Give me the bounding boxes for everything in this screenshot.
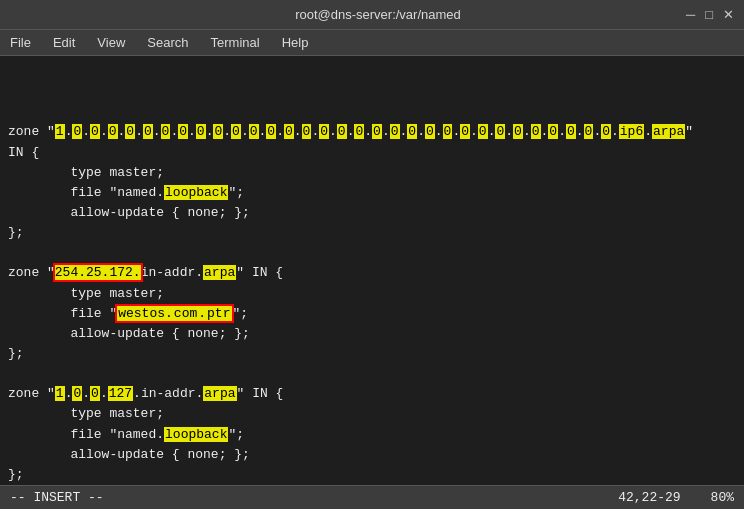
editor-line-zone-ipv6: zone "1.0.0.0.0.0.0.0.0.0.0.0.0.0.0.0.0.… — [8, 122, 736, 142]
menu-file[interactable]: File — [6, 33, 35, 52]
menu-help[interactable]: Help — [278, 33, 313, 52]
editor-line-type3: type master; — [8, 404, 736, 424]
window-controls[interactable]: ─ □ ✕ — [686, 7, 734, 22]
status-bar: -- INSERT -- 42,22-29 80% — [0, 485, 744, 509]
editor-line-type1: type master; — [8, 163, 736, 183]
editor-area[interactable]: zone "1.0.0.0.0.0.0.0.0.0.0.0.0.0.0.0.0.… — [0, 56, 744, 485]
window-title: root@dns-server:/var/named — [70, 7, 686, 22]
editor-line-2 — [8, 82, 736, 102]
menu-terminal[interactable]: Terminal — [207, 33, 264, 52]
menu-view[interactable]: View — [93, 33, 129, 52]
menu-search[interactable]: Search — [143, 33, 192, 52]
editor-line-close1: }; — [8, 223, 736, 243]
menu-edit[interactable]: Edit — [49, 33, 79, 52]
menu-bar: File Edit View Search Terminal Help — [0, 30, 744, 56]
editor-line-blank3 — [8, 364, 736, 384]
editor-line-close3: }; — [8, 465, 736, 485]
editor-line-file2: file "westos.com.ptr"; — [8, 304, 736, 324]
editor-line-allow1: allow-update { none; }; — [8, 203, 736, 223]
editor-line-1 — [8, 62, 736, 82]
editor-line-allow2: allow-update { none; }; — [8, 324, 736, 344]
editor-line-close2: }; — [8, 344, 736, 364]
editor-line-file3: file "named.loopback"; — [8, 425, 736, 445]
close-button[interactable]: ✕ — [723, 7, 734, 22]
editor-line-type2: type master; — [8, 284, 736, 304]
vim-mode: -- INSERT -- — [10, 490, 104, 505]
editor-line-blank2 — [8, 243, 736, 263]
editor-line-allow3: allow-update { none; }; — [8, 445, 736, 465]
cursor-position: 42,22-29 — [618, 490, 680, 505]
title-bar: root@dns-server:/var/named ─ □ ✕ — [0, 0, 744, 30]
editor-line-in-open: IN { — [8, 143, 736, 163]
scroll-percent: 80% — [711, 490, 734, 505]
maximize-button[interactable]: □ — [705, 7, 713, 22]
editor-line-zone-ptr: zone "254.25.172.in-addr.arpa" IN { — [8, 263, 736, 283]
editor-line-zone-loopback: zone "1.0.0.127.in-addr.arpa" IN { — [8, 384, 736, 404]
editor-line-file1: file "named.loopback"; — [8, 183, 736, 203]
editor-line-3 — [8, 102, 736, 122]
minimize-button[interactable]: ─ — [686, 7, 695, 22]
